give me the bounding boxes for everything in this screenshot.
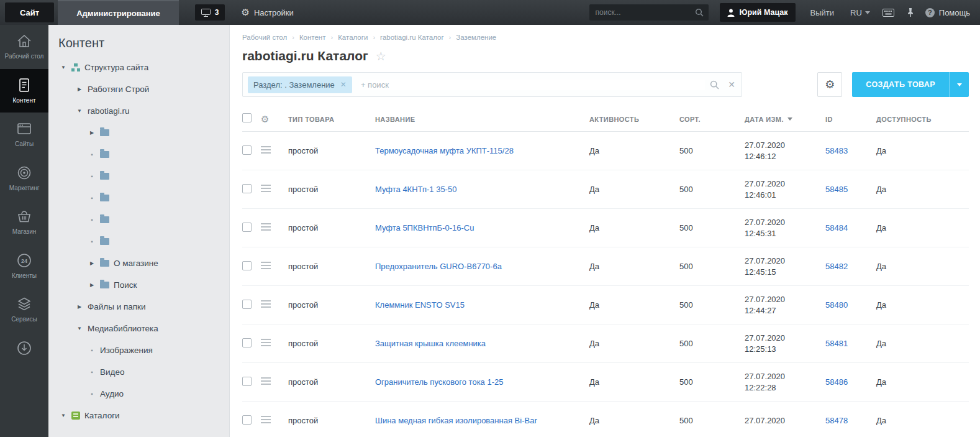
drag-handle-icon[interactable] bbox=[261, 223, 271, 231]
tree-toggle-icon[interactable] bbox=[88, 347, 96, 354]
keyboard-button[interactable] bbox=[882, 9, 894, 17]
tree-toggle-icon[interactable] bbox=[88, 173, 96, 180]
tree-item[interactable] bbox=[48, 209, 229, 231]
tree-item[interactable]: Работяги Строй bbox=[48, 78, 229, 100]
drag-handle-icon[interactable] bbox=[261, 185, 271, 192]
product-id-link[interactable]: 58486 bbox=[825, 377, 848, 387]
filter-bar[interactable]: Раздел: . Заземление bbox=[242, 72, 742, 97]
user-button[interactable]: Юрий Мацак bbox=[720, 3, 796, 22]
tree-item[interactable]: Каталоги bbox=[48, 405, 229, 426]
row-checkbox[interactable] bbox=[242, 377, 252, 386]
tree-item[interactable] bbox=[48, 231, 229, 252]
help-button[interactable]: Помощь bbox=[925, 8, 970, 17]
drag-handle-icon[interactable] bbox=[261, 300, 271, 308]
tree-toggle-icon[interactable] bbox=[88, 390, 96, 397]
column-header-availability[interactable]: ДОСТУПНОСТЬ bbox=[876, 116, 969, 123]
product-name-link[interactable]: Муфта 5ПКВНтпБ-0-16-Cu bbox=[375, 223, 474, 232]
settings-button[interactable]: ⚙ Настройки bbox=[241, 7, 293, 18]
breadcrumb-link[interactable]: Контент bbox=[299, 34, 326, 41]
breadcrumb-link[interactable]: rabotiagi.ru Каталог bbox=[380, 34, 444, 41]
tree-item[interactable]: Поиск bbox=[48, 274, 229, 296]
filter-clear-icon[interactable] bbox=[728, 80, 735, 90]
pin-button[interactable] bbox=[907, 7, 914, 17]
search-input[interactable] bbox=[594, 7, 695, 17]
rail-item-desktop[interactable]: Рабочий стол bbox=[0, 25, 48, 69]
tree-toggle-icon[interactable] bbox=[76, 86, 83, 92]
tree-item[interactable]: Структура сайта bbox=[48, 57, 229, 78]
table-row[interactable]: простой Ограничитель пускового тока 1-25… bbox=[242, 363, 969, 402]
rail-item-sites[interactable]: Сайты bbox=[0, 113, 48, 157]
administration-tab[interactable]: Администрирование bbox=[58, 0, 179, 25]
product-name-link[interactable]: Муфта 4КНТп-1 35-50 bbox=[375, 185, 456, 194]
product-id-link[interactable]: 58478 bbox=[825, 416, 848, 425]
table-settings-gear-icon[interactable]: ⚙ bbox=[261, 114, 288, 125]
rail-item-marketing[interactable]: Маркетинг bbox=[0, 157, 48, 201]
tree-toggle-icon[interactable] bbox=[88, 238, 96, 245]
row-checkbox[interactable] bbox=[242, 415, 252, 425]
rail-item-shop[interactable]: Магазин bbox=[0, 200, 48, 244]
create-product-button[interactable]: СОЗДАТЬ ТОВАР bbox=[852, 72, 969, 97]
table-row[interactable]: простой Термоусадочная муфта УКПТ-115/28… bbox=[242, 132, 969, 170]
tree-toggle-icon[interactable] bbox=[88, 369, 96, 375]
tree-item[interactable] bbox=[48, 187, 229, 209]
product-id-link[interactable]: 58482 bbox=[825, 262, 848, 271]
rail-item-more[interactable] bbox=[0, 332, 48, 364]
tree-toggle-icon[interactable] bbox=[88, 151, 96, 158]
product-id-link[interactable]: 58485 bbox=[825, 185, 848, 194]
tree-toggle-icon[interactable] bbox=[88, 282, 96, 288]
logout-link[interactable]: Выйти bbox=[810, 8, 835, 17]
rail-item-clients[interactable]: 24 Клиенты bbox=[0, 244, 48, 288]
row-checkbox[interactable] bbox=[242, 145, 252, 155]
drag-handle-icon[interactable] bbox=[261, 416, 271, 423]
tree-toggle-icon[interactable] bbox=[88, 260, 96, 266]
drag-handle-icon[interactable] bbox=[261, 262, 271, 269]
tree-toggle-icon[interactable] bbox=[76, 108, 83, 114]
filter-search-icon[interactable] bbox=[710, 80, 719, 90]
product-name-link[interactable]: Шина медная гибкая изолированная Bi-Bar bbox=[375, 416, 537, 425]
tree-item[interactable]: Файлы и папки bbox=[48, 296, 229, 318]
breadcrumb-link[interactable]: Каталоги bbox=[338, 34, 368, 41]
tree-toggle-icon[interactable] bbox=[76, 326, 83, 331]
table-row[interactable]: простой Защитная крышка клеемника Да 500… bbox=[242, 324, 969, 363]
table-row[interactable]: простой Муфта 5ПКВНтпБ-0-16-Cu Да 500 27… bbox=[242, 209, 969, 247]
product-id-link[interactable]: 58481 bbox=[825, 339, 848, 348]
product-name-link[interactable]: Термоусадочная муфта УКПТ-115/28 bbox=[375, 146, 514, 155]
filter-chip-section[interactable]: Раздел: . Заземление bbox=[248, 76, 352, 93]
row-checkbox[interactable] bbox=[242, 223, 252, 232]
table-row[interactable]: простой Муфта 4КНТп-1 35-50 Да 500 27.07… bbox=[242, 170, 969, 209]
tree-toggle-icon[interactable] bbox=[88, 216, 96, 223]
drag-handle-icon[interactable] bbox=[261, 339, 271, 346]
drag-handle-icon[interactable] bbox=[261, 377, 271, 385]
create-product-dropdown[interactable] bbox=[949, 72, 969, 97]
column-header-name[interactable]: НАЗВАНИЕ bbox=[375, 116, 589, 123]
product-name-link[interactable]: Ограничитель пускового тока 1-25 bbox=[375, 377, 503, 387]
grid-settings-button[interactable]: ⚙ bbox=[817, 72, 842, 97]
chip-close-icon[interactable] bbox=[340, 80, 347, 89]
tree-toggle-icon[interactable] bbox=[60, 65, 67, 70]
row-checkbox[interactable] bbox=[242, 300, 252, 309]
row-checkbox[interactable] bbox=[242, 261, 252, 270]
column-header-type[interactable]: ТИП ТОВАРА bbox=[288, 116, 375, 123]
column-header-date[interactable]: ДАТА ИЗМ. bbox=[745, 116, 825, 123]
breadcrumb-link[interactable]: Рабочий стол bbox=[242, 34, 287, 41]
tree-item[interactable]: О магазине bbox=[48, 252, 229, 274]
product-name-link[interactable]: Предохранитель GURO-B6770-6a bbox=[375, 262, 502, 271]
rail-item-services[interactable]: Сервисы bbox=[0, 288, 48, 332]
notifications-button[interactable]: 3 bbox=[195, 4, 225, 21]
tree-item[interactable] bbox=[48, 144, 229, 165]
column-header-id[interactable]: ID bbox=[825, 116, 876, 123]
favorite-star-icon[interactable] bbox=[376, 49, 386, 63]
table-row[interactable]: простой Клеммник ENSTO SV15 Да 500 27.07… bbox=[242, 286, 969, 324]
drag-handle-icon[interactable] bbox=[261, 146, 271, 154]
column-header-sort[interactable]: СОРТ. bbox=[679, 116, 745, 123]
table-row[interactable]: простой Шина медная гибкая изолированная… bbox=[242, 402, 969, 437]
filter-search-input[interactable] bbox=[360, 80, 705, 90]
tree-item[interactable]: rabotiagi.ru bbox=[48, 100, 229, 122]
product-name-link[interactable]: Защитная крышка клеемника bbox=[375, 339, 486, 348]
rail-item-content[interactable]: Контент bbox=[0, 69, 48, 113]
tree-item[interactable]: Медиабиблиотека bbox=[48, 318, 229, 339]
tree-toggle-icon[interactable] bbox=[88, 195, 96, 201]
column-header-active[interactable]: АКТИВНОСТЬ bbox=[589, 116, 679, 123]
breadcrumb-link[interactable]: Заземление bbox=[456, 34, 496, 41]
tree-item[interactable] bbox=[48, 122, 229, 144]
